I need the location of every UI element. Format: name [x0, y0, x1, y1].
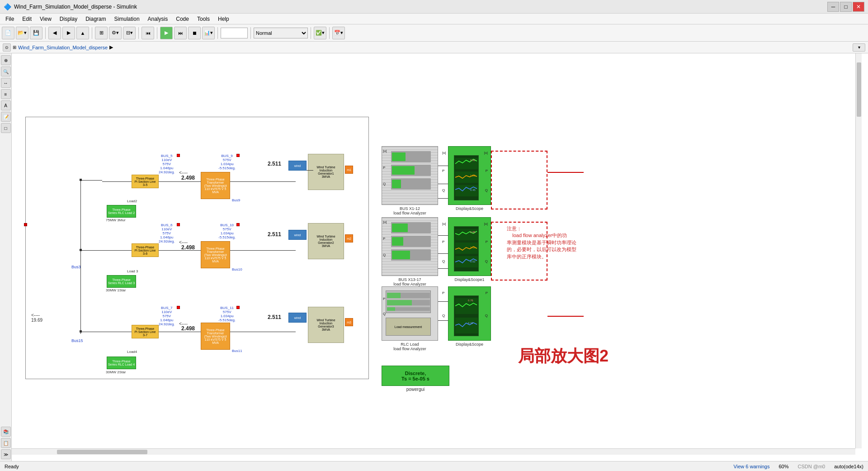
svg-rect-30 — [455, 298, 478, 314]
svg-rect-16 — [392, 237, 403, 246]
bus10-label: BUS_10575V1.034pu-5.515deg. — [218, 223, 236, 239]
open-icon: 📂 — [18, 30, 24, 36]
v-scroll-thumb[interactable] — [857, 62, 861, 117]
new-icon: 📄 — [5, 30, 11, 36]
wire-r2-mid — [159, 250, 201, 251]
zoom-fit-button[interactable]: ⊕ — [1, 55, 11, 65]
output-r3[interactable]: m3 — [345, 318, 353, 326]
wind-turbine-r1[interactable]: Wind TurbineInductionGenerator13MVA — [308, 154, 344, 190]
bus-x1-12-analyzer[interactable]: |u| P Q — [382, 146, 438, 205]
scope-display-1[interactable]: |u| |u| P P Q Q — [448, 146, 491, 205]
stop-button[interactable]: ⏹ — [188, 27, 201, 39]
menu-display[interactable]: Display — [56, 15, 81, 23]
bus10-port — [236, 223, 240, 226]
minimize-button[interactable]: ─ — [827, 2, 839, 12]
menu-view[interactable]: View — [36, 15, 55, 23]
breadcrumb-expand-button[interactable]: ▾ — [853, 43, 865, 52]
piline-r2[interactable]: Three-PhasePi Section Line3-6 — [132, 243, 159, 257]
menu-help[interactable]: Help — [214, 15, 233, 23]
load3-label: Load 3 — [127, 269, 138, 273]
h-scroll-thumb[interactable] — [57, 450, 147, 454]
wind-signal-r3[interactable]: wind — [288, 313, 307, 323]
status-warnings[interactable]: View 6 warnings — [734, 464, 770, 469]
note-line2: 率测量模块是基于瞬时功率理论 — [507, 240, 576, 245]
piline-r3[interactable]: Three-PhasePi Section Line3-7 — [132, 325, 159, 338]
scope-button[interactable]: 📊▾ — [202, 27, 215, 39]
rect-button[interactable]: □ — [1, 123, 11, 133]
transformer-r2[interactable]: Three-Phase Transformer(Two Windings)t11… — [201, 241, 230, 268]
close-button[interactable]: ✕ — [853, 2, 864, 12]
output-r2[interactable]: m2 — [345, 234, 353, 243]
load4-block[interactable]: Three-PhaseSeries RLC Load 4 — [107, 357, 136, 369]
maximize-button[interactable]: □ — [840, 2, 852, 12]
bus-x13-17-analyzer[interactable]: |u| P Q — [382, 217, 438, 276]
more-button[interactable]: ≫ — [1, 449, 11, 459]
piline-r1[interactable]: Three-PhasePi Section Line3-5 — [132, 175, 159, 188]
menu-analysis[interactable]: Analysis — [144, 15, 172, 23]
view-button[interactable]: 📅▾ — [332, 27, 345, 39]
svg-rect-7 — [455, 171, 478, 183]
titlebar-icons[interactable]: ─ □ ✕ — [827, 2, 864, 12]
load3-block[interactable]: Three-PhaseSeries RLC Load 3 — [107, 275, 136, 288]
note-title: 注意： — [507, 226, 522, 231]
model-explorer-button[interactable]: ⊟▾ — [123, 27, 136, 39]
back-button[interactable]: ◀ — [48, 27, 61, 39]
val-2511-r1: 2.511 — [268, 161, 281, 167]
zoom-sel-button[interactable]: ≡ — [1, 89, 11, 99]
wind-signal-r2[interactable]: wind — [288, 230, 307, 240]
analyzer-p-label-1: P — [383, 166, 385, 170]
menu-file[interactable]: File — [2, 15, 18, 23]
menubar: File Edit View Display Diagram Simulatio… — [0, 14, 868, 24]
step-time-input[interactable]: 5 — [221, 28, 248, 38]
new-button[interactable]: 📄 — [2, 27, 14, 39]
run-button[interactable]: ▶ — [160, 27, 173, 39]
analyzer-svg-2 — [391, 222, 432, 270]
big-label: 局部放大图2 — [518, 345, 609, 367]
rlc-load-analyzer[interactable]: Load measurement P Q — [382, 286, 438, 341]
check-button[interactable]: ✅▾ — [314, 27, 326, 39]
menu-edit[interactable]: Edit — [19, 15, 35, 23]
open-button[interactable]: 📂▾ — [16, 27, 28, 39]
wind-turbine-r3[interactable]: Wind TurbineInductionGenerator33MVA — [308, 307, 344, 343]
transformer-r3[interactable]: Three-Phase Transformer(Two Windings)t11… — [201, 323, 230, 350]
menu-diagram[interactable]: Diagram — [82, 15, 109, 23]
sim-mode-select[interactable]: Normal Accelerator Rapid Accelerator — [254, 28, 308, 38]
zoom-out-button[interactable]: ↔ — [1, 78, 11, 88]
canvas-area[interactable]: Bus15 Bus3 BUS_5110eV575V1.046pu24.92deg… — [12, 53, 868, 461]
menu-simulation[interactable]: Simulation — [111, 15, 143, 23]
wind-turbine-r2[interactable]: Wind TurbineInductionGenerator23MVA — [308, 223, 344, 259]
note-button[interactable]: 📝 — [1, 112, 11, 122]
menu-tools[interactable]: Tools — [193, 15, 213, 23]
breadcrumb-model[interactable]: Wind_Farm_Simulation_Model_disperse — [18, 45, 108, 50]
panel-button[interactable]: 📋 — [1, 438, 11, 448]
sim-back-button[interactable]: ⏮ — [142, 27, 154, 39]
output-r1[interactable]: m1 — [345, 166, 353, 174]
save-button[interactable]: 💾 — [30, 27, 42, 39]
wire-r1-wind — [307, 170, 313, 171]
wind-signal-r1[interactable]: wind — [288, 161, 307, 171]
forward-button[interactable]: ▶ — [62, 27, 75, 39]
library-sidebar-button[interactable]: 📚 — [1, 427, 11, 437]
up-button[interactable]: ▲ — [76, 27, 89, 39]
zoom-in-button[interactable]: 🔍 — [1, 67, 11, 76]
bus11-near-label: Bus11 — [232, 349, 242, 353]
svg-rect-32 — [455, 318, 478, 333]
scope-display-3[interactable]: P P Q Q 0.76 0.33 — [448, 286, 491, 341]
library-button[interactable]: ⊞ — [95, 27, 108, 39]
powergui-block[interactable]: Discrete,Ts = 5e-05 s — [382, 366, 449, 386]
model-settings-button[interactable]: ⚙▾ — [109, 27, 122, 39]
left-sidebar: ⊕ 🔍 ↔ ≡ A 📝 □ 📚 📋 ≫ — [0, 53, 12, 461]
v-scrollbar[interactable] — [855, 53, 862, 448]
h-scrollbar[interactable] — [12, 448, 855, 455]
dash-rect-1 — [491, 151, 547, 209]
bus11-label: BUS_11575V1.034pu-5.515deg. — [218, 306, 236, 322]
text-button[interactable]: A — [1, 100, 11, 110]
step-fwd-button[interactable]: ⏭ — [174, 27, 187, 39]
scope-display-2[interactable]: |u| |u| P P Q Q 0.88 — [448, 217, 491, 276]
load2-block[interactable]: Three-PhaseSeries RLC Load 2 — [107, 205, 136, 218]
conn-h-1 — [438, 166, 448, 166]
breadcrumb-home-button[interactable]: ⊙ — [3, 43, 11, 52]
svg-text:0.91: 0.91 — [470, 159, 476, 162]
menu-code[interactable]: Code — [172, 15, 193, 23]
transformer-r1[interactable]: Three-Phase Transformer(Two Windings)t11… — [201, 172, 230, 199]
